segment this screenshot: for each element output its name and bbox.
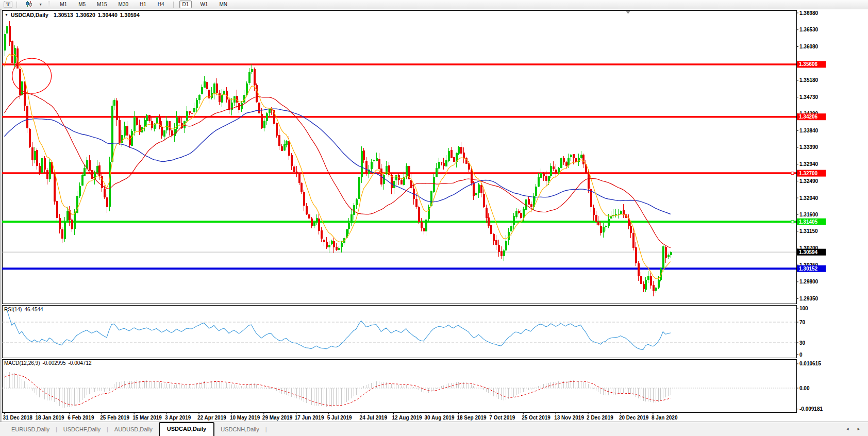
svg-text:13 Nov 2019: 13 Nov 2019 xyxy=(554,415,584,421)
svg-text:1.32700: 1.32700 xyxy=(799,171,818,176)
timeframe-m30[interactable]: M30 xyxy=(115,1,131,8)
timeframe-h1[interactable]: H1 xyxy=(137,1,149,8)
svg-text:100: 100 xyxy=(799,306,808,311)
tab-bar: EURUSD,Daily|USDCHF,Daily|AUDUSD,DailyUS… xyxy=(0,422,868,436)
chart-title: ▼USDCAD,Daily1.305131.306201.304401.3059… xyxy=(5,12,142,18)
rsi-name: RSI(14) xyxy=(4,307,22,312)
tabs-scroll-right-icon[interactable]: ► xyxy=(857,427,861,431)
macd-value: -0.002995 xyxy=(42,360,65,366)
svg-text:1.29800: 1.29800 xyxy=(799,279,819,284)
chart-canvas[interactable]: 1.369801.365301.360801.356301.351801.347… xyxy=(0,0,868,422)
ohlc-open: 1.30513 xyxy=(54,12,73,18)
svg-text:1.36980: 1.36980 xyxy=(799,10,819,16)
main-price-panel[interactable] xyxy=(3,11,797,304)
svg-text:1.30594: 1.30594 xyxy=(799,249,818,255)
timeframe-m5[interactable]: M5 xyxy=(75,1,89,8)
svg-text:7 Oct 2019: 7 Oct 2019 xyxy=(489,415,515,421)
tabs-scroll-left-icon[interactable]: ◄ xyxy=(845,427,849,431)
toolbar-separator xyxy=(16,2,17,8)
svg-text:1.36080: 1.36080 xyxy=(799,44,819,49)
macd-label: MACD(12,26,9)-0.002995-0.004712 xyxy=(4,360,94,366)
timeframe-d1[interactable]: D1 xyxy=(179,1,192,8)
svg-text:17 Jun 2019: 17 Jun 2019 xyxy=(295,415,324,421)
svg-text:-0.009181: -0.009181 xyxy=(799,406,823,412)
price-badge: 1.30594 xyxy=(797,249,826,256)
ohlc-close: 1.30594 xyxy=(120,12,140,18)
svg-text:1.30152: 1.30152 xyxy=(799,266,818,272)
svg-text:12 Aug 2019: 12 Aug 2019 xyxy=(392,415,422,421)
price-badge: 1.31405 xyxy=(797,219,826,225)
svg-text:5 Jul 2019: 5 Jul 2019 xyxy=(327,415,352,421)
timeframe-mn[interactable]: MN xyxy=(216,1,230,8)
svg-text:22 Apr 2019: 22 Apr 2019 xyxy=(197,415,226,421)
svg-text:1.34206: 1.34206 xyxy=(799,114,818,120)
svg-text:1.32040: 1.32040 xyxy=(799,195,819,201)
timeframe-buttons: M1M5M15M30H1H4D1W1MN xyxy=(54,1,233,8)
symbol-period: USDCAD,Daily xyxy=(11,12,48,18)
toolbar-separator xyxy=(173,2,174,8)
chevron-down-icon[interactable]: ▼ xyxy=(39,3,42,6)
svg-text:30 Aug 2019: 30 Aug 2019 xyxy=(424,415,454,421)
rsi-value: 46.4544 xyxy=(24,307,43,312)
timeframe-w1[interactable]: W1 xyxy=(197,1,211,8)
tab-usdcad[interactable]: USDCAD,Daily xyxy=(159,422,214,436)
tab-usdcnh[interactable]: USDCNH,Daily xyxy=(214,424,265,436)
svg-text:29 May 2019: 29 May 2019 xyxy=(262,415,293,421)
svg-text:6 Feb 2019: 6 Feb 2019 xyxy=(68,415,94,421)
svg-text:25 Feb 2019: 25 Feb 2019 xyxy=(100,415,129,421)
svg-text:1.34730: 1.34730 xyxy=(799,94,819,100)
svg-text:1.33390: 1.33390 xyxy=(799,144,819,150)
tab-separator: | xyxy=(265,424,267,436)
svg-text:0.010615: 0.010615 xyxy=(799,361,821,366)
svg-text:25 Oct 2019: 25 Oct 2019 xyxy=(522,415,550,421)
svg-text:15 Mar 2019: 15 Mar 2019 xyxy=(132,415,162,421)
timeframe-h4[interactable]: H4 xyxy=(155,1,168,8)
svg-text:1.32490: 1.32490 xyxy=(799,178,819,184)
svg-text:24 Jul 2019: 24 Jul 2019 xyxy=(360,415,388,421)
svg-text:8 Jan 2020: 8 Jan 2020 xyxy=(652,415,678,421)
timeframe-m15[interactable]: M15 xyxy=(94,1,110,8)
ohlc-high: 1.30620 xyxy=(76,12,95,18)
svg-text:1.31150: 1.31150 xyxy=(799,228,818,234)
macd-signal-value: -0.004712 xyxy=(69,360,92,366)
svg-text:18 Jan 2019: 18 Jan 2019 xyxy=(35,415,64,421)
price-badge: 1.32700 xyxy=(797,170,826,177)
svg-text:31 Dec 2018: 31 Dec 2018 xyxy=(3,415,33,421)
svg-text:2 Dec 2019: 2 Dec 2019 xyxy=(587,415,613,421)
chart-collapse-icon[interactable]: ▼ xyxy=(5,13,8,16)
svg-text:1.35180: 1.35180 xyxy=(799,77,819,83)
price-badge: 1.34206 xyxy=(797,113,826,120)
svg-text:1.31600: 1.31600 xyxy=(799,212,819,217)
svg-text:3 Apr 2019: 3 Apr 2019 xyxy=(165,415,191,421)
rsi-label: RSI(14)46.4544 xyxy=(4,307,46,312)
svg-text:18 Sep 2019: 18 Sep 2019 xyxy=(457,415,487,421)
svg-text:20 Dec 2019: 20 Dec 2019 xyxy=(619,415,649,421)
macd-name: MACD(12,26,9) xyxy=(4,360,40,366)
svg-text:1.33840: 1.33840 xyxy=(799,128,819,133)
svg-text:1.31405: 1.31405 xyxy=(799,219,818,225)
candlestick-glyph xyxy=(26,1,32,7)
svg-text:70: 70 xyxy=(799,320,806,325)
candlestick-style-icon[interactable] xyxy=(23,0,36,9)
svg-text:1.35606: 1.35606 xyxy=(799,61,818,67)
toolbar: T ▼ M1M5M15M30H1H4D1W1MN xyxy=(0,0,868,9)
price-badge: 1.35606 xyxy=(797,61,826,68)
tab-eurusd[interactable]: EURUSD,Daily xyxy=(5,424,56,436)
price-badge: 1.30152 xyxy=(797,265,826,272)
svg-text:1.29350: 1.29350 xyxy=(799,296,819,301)
svg-text:1.36530: 1.36530 xyxy=(799,27,819,32)
tab-scroll-arrows: ◄ ► xyxy=(845,427,868,436)
toolbar-grip[interactable] xyxy=(48,2,50,7)
svg-text:10 May 2019: 10 May 2019 xyxy=(230,415,260,421)
svg-text:1.32940: 1.32940 xyxy=(799,161,819,167)
svg-text:0: 0 xyxy=(799,352,803,358)
tab-audusd[interactable]: AUDUSD,Daily xyxy=(108,424,159,436)
svg-text:0.00: 0.00 xyxy=(799,385,810,391)
tab-usdchf[interactable]: USDCHF,Daily xyxy=(57,424,107,436)
timeframe-m1[interactable]: M1 xyxy=(57,1,70,8)
ohlc-low: 1.30440 xyxy=(98,12,118,18)
text-tool-button[interactable]: T xyxy=(4,1,12,8)
svg-text:30: 30 xyxy=(799,340,806,346)
chart-tabs: EURUSD,Daily|USDCHF,Daily|AUDUSD,DailyUS… xyxy=(0,422,267,436)
